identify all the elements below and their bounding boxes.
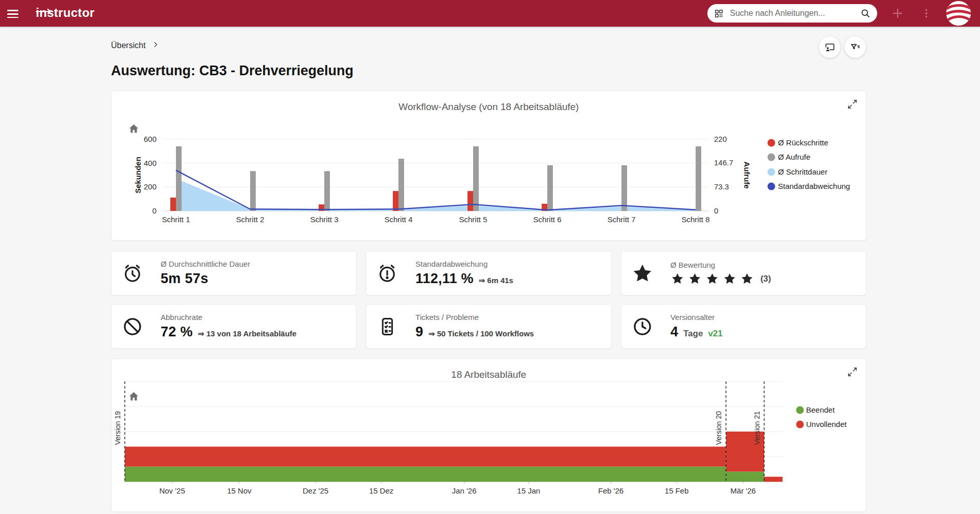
- stat-card-abort-rate: Abbruchrate 72 % ⇒ 13 von 18 Arbeitsablä…: [111, 304, 357, 349]
- svg-text:Sekunden: Sekunden: [133, 157, 142, 194]
- stat-card-version-age: Versionsalter 4 Tage v21: [621, 304, 866, 349]
- stat-value: 112,11 %: [415, 271, 474, 287]
- stat-label: Ø Durchschnittliche Dauer: [161, 260, 250, 268]
- hamburger-menu-icon[interactable]: [6, 7, 21, 20]
- svg-text:Schritt 2: Schritt 2: [236, 215, 264, 224]
- workflow-combo-chart: 0200400600073.3146.7220SekundenAufrufeSc…: [112, 91, 867, 241]
- clock-icon: [631, 316, 654, 337]
- search-icon[interactable]: [860, 8, 871, 18]
- rating-star-icon: [705, 272, 719, 286]
- svg-text:15 Dez: 15 Dez: [369, 486, 394, 495]
- search-input[interactable]: [729, 8, 855, 18]
- alarm-alert-icon: [375, 263, 399, 284]
- svg-text:Schritt 4: Schritt 4: [384, 215, 412, 224]
- svg-text:Mär '26: Mär '26: [730, 486, 756, 495]
- filter-icon: [850, 42, 861, 53]
- chevron-right-icon: [152, 41, 159, 50]
- stat-value: 4: [671, 324, 678, 340]
- svg-text:Standardabweichung: Standardabweichung: [778, 182, 850, 190]
- svg-text:Nov '25: Nov '25: [159, 486, 185, 495]
- stat-card-duration: Ø Durchschnittliche Dauer 5m 57s: [111, 251, 357, 295]
- stat-label: Versionsalter: [671, 313, 723, 322]
- svg-text:Version 20: Version 20: [715, 411, 723, 445]
- breadcrumb-link-uebersicht[interactable]: Übersicht: [111, 41, 146, 50]
- stats-row-2: Abbruchrate 72 % ⇒ 13 von 18 Arbeitsablä…: [111, 304, 866, 349]
- svg-text:Schritt 8: Schritt 8: [681, 215, 709, 224]
- svg-text:Aufrufe: Aufrufe: [743, 161, 751, 188]
- stats-row-1: Ø Durchschnittliche Dauer 5m 57s Standar…: [111, 251, 866, 295]
- present-icon: [825, 42, 835, 53]
- svg-text:200: 200: [144, 182, 157, 191]
- breadcrumb: Übersicht: [111, 41, 159, 50]
- svg-text:Schritt 5: Schritt 5: [459, 215, 487, 224]
- user-avatar[interactable]: [946, 1, 971, 26]
- app-logo[interactable]: instructor: [36, 6, 95, 20]
- page-title: Auswertung: CB3 - Drehverriegelung: [111, 63, 353, 79]
- present-mode-button[interactable]: [819, 36, 840, 58]
- svg-text:0: 0: [714, 206, 718, 215]
- svg-text:15 Feb: 15 Feb: [665, 486, 689, 495]
- kebab-menu-icon[interactable]: [918, 5, 935, 22]
- svg-text:Ø Aufrufe: Ø Aufrufe: [778, 153, 810, 161]
- svg-text:400: 400: [144, 159, 157, 167]
- svg-text:146.7: 146.7: [714, 158, 733, 167]
- rating-stars: (3): [671, 272, 771, 286]
- svg-text:220: 220: [714, 135, 727, 143]
- rating-star-icon: [740, 272, 754, 286]
- workflows-timeline-chart: Version 19Version 20Version 21Nov '2515 …: [112, 359, 867, 512]
- stat-card-tickets: Tickets / Probleme 9 ⇒ 50 Tickets / 100 …: [366, 304, 611, 349]
- stat-unit: Tage: [683, 329, 703, 339]
- svg-text:Ø Rückschritte: Ø Rückschritte: [778, 138, 828, 147]
- ticket-icon: [375, 316, 399, 337]
- stat-card-std-deviation: Standardabweichung 112,11 % ⇒ 6m 41s: [366, 251, 611, 295]
- svg-text:0: 0: [152, 206, 157, 215]
- rating-star-icon: [671, 272, 684, 286]
- alarm-clock-icon: [121, 263, 144, 284]
- svg-text:Ø Schrittdauer: Ø Schrittdauer: [778, 167, 828, 176]
- add-button[interactable]: [889, 5, 906, 22]
- svg-text:15 Jan: 15 Jan: [517, 486, 540, 495]
- stat-value: 9: [415, 324, 423, 340]
- svg-text:Jan '26: Jan '26: [452, 486, 477, 495]
- rating-star-icon: [723, 272, 737, 286]
- stat-value: 72 %: [161, 324, 193, 340]
- star-icon: [631, 262, 654, 285]
- logo-arrow-icon: [35, 3, 56, 17]
- stat-subvalue: ⇒ 13 von 18 Arbeitsabläufe: [198, 329, 297, 338]
- header-actions: [819, 36, 866, 58]
- svg-text:Unvollendet: Unvollendet: [806, 420, 847, 429]
- stat-subvalue: ⇒ 50 Tickets / 100 Workflows: [429, 329, 534, 338]
- svg-text:15 Nov: 15 Nov: [227, 486, 252, 495]
- svg-text:Schritt 3: Schritt 3: [310, 215, 338, 224]
- rating-count: (3): [761, 274, 771, 284]
- stat-label: Ø Bewertung: [671, 261, 771, 269]
- svg-text:73.3: 73.3: [714, 182, 729, 191]
- qr-scan-icon[interactable]: [714, 9, 724, 18]
- svg-text:Schritt 6: Schritt 6: [533, 215, 561, 224]
- stat-value: 5m 57s: [161, 271, 208, 287]
- workflow-analysis-card: Workflow-Analyse (von 18 Arbeitsabläufe)…: [111, 91, 866, 241]
- stat-card-rating: Ø Bewertung (3): [621, 251, 866, 295]
- stat-label: Standardabweichung: [415, 260, 513, 268]
- stat-version-badge: v21: [708, 329, 722, 339]
- svg-text:600: 600: [144, 135, 157, 143]
- top-navbar: instructor: [0, 0, 980, 27]
- workflows-timeline-card: 18 Arbeitsabläufe Version 19Version 20Ve…: [111, 358, 866, 512]
- svg-text:Version 21: Version 21: [753, 411, 761, 445]
- stat-label: Abbruchrate: [161, 313, 297, 322]
- rating-star-icon: [688, 272, 702, 286]
- stat-label: Tickets / Probleme: [415, 313, 534, 322]
- svg-text:Version 19: Version 19: [114, 411, 122, 445]
- svg-text:Dez '25: Dez '25: [303, 486, 328, 495]
- cancel-icon: [121, 316, 144, 337]
- filter-button[interactable]: [844, 36, 866, 58]
- svg-text:Schritt 7: Schritt 7: [607, 215, 635, 224]
- stat-subvalue: ⇒ 6m 41s: [479, 276, 514, 285]
- search-bar[interactable]: [707, 4, 877, 23]
- svg-text:Beendet: Beendet: [806, 405, 835, 414]
- svg-text:Feb '26: Feb '26: [598, 486, 624, 495]
- svg-text:Schritt 1: Schritt 1: [162, 215, 190, 224]
